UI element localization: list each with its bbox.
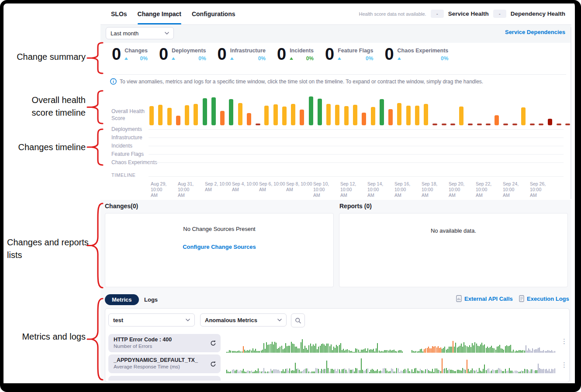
- configure-change-sources-link[interactable]: Configure Change Sources: [183, 244, 256, 250]
- health-score-bar[interactable]: [406, 106, 411, 125]
- health-score-bar[interactable]: [548, 119, 552, 125]
- metric-filter-select[interactable]: Anomalous Metrics: [200, 313, 287, 327]
- health-score-bar[interactable]: [415, 106, 419, 125]
- refresh-icon[interactable]: [210, 361, 216, 367]
- health-score-bar[interactable]: [264, 106, 269, 125]
- health-score-bar[interactable]: [450, 124, 455, 125]
- health-score-bar[interactable]: [565, 124, 570, 125]
- scrollbar-track[interactable]: [571, 27, 571, 199]
- health-score-bar[interactable]: [442, 124, 446, 125]
- health-score-bar[interactable]: [380, 99, 384, 125]
- health-score-bar[interactable]: [176, 116, 180, 125]
- health-score-bar[interactable]: [211, 97, 216, 125]
- trend-up-icon: [398, 57, 401, 60]
- external-api-calls-link[interactable]: External API Calls: [456, 295, 513, 302]
- more-options-menu[interactable]: ⋮: [561, 362, 567, 368]
- health-score-bar[interactable]: [557, 124, 561, 125]
- timeline-date[interactable]: Sep 2, 10:00AM: [205, 181, 231, 193]
- health-score-bar[interactable]: [397, 103, 401, 125]
- health-score-bar[interactable]: [503, 124, 508, 125]
- health-score-bar[interactable]: [459, 107, 463, 125]
- health-score-bar[interactable]: [309, 96, 313, 125]
- health-score-bar[interactable]: [194, 104, 198, 125]
- health-score-bar[interactable]: [362, 113, 366, 125]
- sparkline-bar: [413, 372, 414, 373]
- sparkline-bar: [467, 346, 467, 353]
- health-score-bar[interactable]: [371, 107, 375, 125]
- time-range-select[interactable]: Last month: [106, 27, 174, 39]
- timeline-date[interactable]: Sep 20, 10:00AM: [449, 181, 475, 198]
- health-score-bar[interactable]: [158, 105, 163, 125]
- timeline-date[interactable]: Sep 12, 10:00AM: [340, 181, 367, 198]
- tab-logs[interactable]: Logs: [144, 296, 158, 303]
- health-score-bar[interactable]: [185, 105, 189, 125]
- refresh-icon[interactable]: [210, 340, 216, 346]
- health-score-bar[interactable]: [335, 105, 339, 125]
- health-score-bar[interactable]: [468, 124, 473, 125]
- sparkline-bar: [497, 370, 498, 373]
- health-score-bar[interactable]: [539, 124, 543, 125]
- health-score-bar[interactable]: [282, 107, 287, 125]
- tab-metrics[interactable]: Metrics: [105, 294, 139, 305]
- tab-change-impact[interactable]: Change Impact: [138, 4, 181, 24]
- health-score-bar[interactable]: [291, 104, 295, 125]
- health-score-bar[interactable]: [477, 124, 482, 125]
- metric-label-card[interactable]: HTTP Error Code : 400Number of Errors: [108, 334, 221, 352]
- health-score-bar[interactable]: [326, 104, 331, 125]
- health-score-bar[interactable]: [318, 99, 322, 125]
- health-score-bar[interactable]: [388, 109, 393, 125]
- health-score-bar[interactable]: [353, 105, 357, 125]
- health-score-bar[interactable]: [495, 115, 499, 125]
- health-score-bar[interactable]: [149, 106, 154, 125]
- tab-configurations[interactable]: Configurations: [192, 4, 235, 24]
- timeline-date[interactable]: Sep 22, 10:00AM: [476, 181, 502, 198]
- sparkline-bar: [385, 350, 386, 353]
- health-score-bar[interactable]: [424, 104, 428, 125]
- metric-row-partial[interactable]: [108, 376, 221, 381]
- health-score-timeline[interactable]: [149, 93, 569, 125]
- health-score-bar[interactable]: [238, 103, 242, 125]
- sparkline-bar: [288, 346, 289, 353]
- timeline-date[interactable]: Sep 18, 10:00AM: [422, 181, 448, 198]
- timeline-date[interactable]: Sep 16, 10:00AM: [394, 181, 421, 198]
- sparkline-bar: [278, 370, 279, 373]
- sparkline-bar: [287, 346, 287, 353]
- search-button[interactable]: [291, 313, 305, 327]
- timeline-date[interactable]: Sep 24, 10:00AM: [503, 181, 529, 198]
- tab-slos[interactable]: SLOs: [111, 4, 127, 24]
- timeline-date[interactable]: Aug 29, 10:00AM: [151, 181, 177, 198]
- sparkline-bar: [351, 370, 352, 373]
- health-score-bar[interactable]: [344, 106, 349, 125]
- health-score-bar[interactable]: [486, 124, 491, 125]
- health-score-bar[interactable]: [273, 104, 278, 125]
- health-score-bar[interactable]: [300, 110, 304, 125]
- service-filter-select[interactable]: test: [108, 313, 195, 327]
- timeline-date[interactable]: Sep 26, 10:00AM: [530, 181, 556, 198]
- more-options-menu[interactable]: ⋮: [561, 338, 567, 344]
- timeline-date[interactable]: Sep 6, 10:00AM: [259, 181, 285, 193]
- metric-subtitle: Average Response Time (ms): [114, 364, 216, 370]
- health-score-bar[interactable]: [530, 124, 535, 125]
- sparkline-bar: [415, 351, 416, 353]
- timeline-date[interactable]: Aug 31, 10:00AM: [178, 181, 204, 198]
- sparkline-bar: [528, 370, 529, 373]
- health-score-bar[interactable]: [229, 99, 233, 125]
- health-score-bar[interactable]: [167, 108, 172, 125]
- timeline-date[interactable]: Sep 4, 10:00AM: [232, 181, 258, 193]
- sparkline-bar: [509, 346, 510, 353]
- health-score-bar[interactable]: [512, 124, 517, 125]
- timeline-date[interactable]: Sep 8, 10:00AM: [286, 181, 312, 193]
- health-score-bar[interactable]: [203, 98, 207, 125]
- service-dependencies-link[interactable]: Service Dependencies: [505, 29, 565, 35]
- sparkline-bar: [535, 349, 536, 353]
- health-score-bar[interactable]: [432, 124, 437, 125]
- execution-logs-link[interactable]: Execution Logs: [519, 295, 569, 302]
- metric-label-card[interactable]: _APPDYNAMICS_DEFAULT_TX_Average Response…: [108, 354, 221, 373]
- health-score-bar[interactable]: [256, 124, 260, 125]
- sparkline-bar: [451, 347, 452, 353]
- timeline-date[interactable]: Sep 10, 10:00AM: [313, 181, 339, 198]
- health-score-bar[interactable]: [521, 107, 526, 125]
- timeline-date[interactable]: Sep 14, 10:00AM: [367, 181, 394, 198]
- health-score-bar[interactable]: [247, 113, 251, 125]
- health-score-bar[interactable]: [220, 111, 225, 125]
